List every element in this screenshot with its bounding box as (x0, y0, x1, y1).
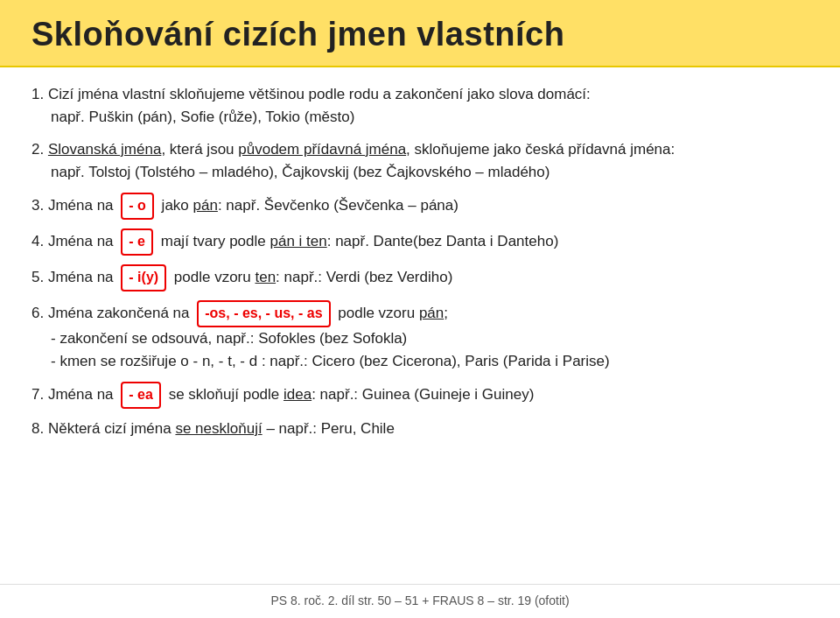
item-3-num: 3. (32, 197, 44, 214)
list-item-1: 1. Cizí jména vlastní skloňujeme většino… (32, 83, 808, 130)
item-7-end: : např.: Guinea (Guineje i Guiney) (312, 386, 534, 403)
page-title: Skloňování cizích jmen vlastních (32, 16, 808, 53)
item-1-sub: např. Puškin (pán), Sofie (růže), Tokio … (51, 109, 354, 125)
item-7-before: Jména na (48, 386, 114, 403)
footer-text: PS 8. roč. 2. díl str. 50 – 51 + FRAUS 8… (270, 593, 569, 607)
item-5-underline: ten (255, 269, 276, 285)
item-5-num: 5. (32, 269, 44, 285)
item-3-badge: - o (121, 193, 154, 220)
item-5-before: Jména na (48, 269, 114, 285)
item-3-end: : např. Ševčenko (Ševčenka – pána) (218, 197, 458, 214)
item-7-after: se skloňují podle (169, 386, 284, 403)
item-6-badge: -os, - es, - us, - as (197, 300, 330, 327)
item-3-after: jako (162, 197, 193, 214)
item-7-badge: - ea (121, 382, 161, 409)
list-item-2: 2. Slovanská jména, která jsou původem p… (32, 138, 808, 185)
item-6-end: ; (444, 305, 448, 321)
item-6-sub2: - kmen se rozšiřuje o - n, - t, - d : na… (51, 350, 808, 373)
item-2-sub: např. Tolstoj (Tolstého – mladého), Čajk… (51, 164, 550, 180)
list-item-4: 4. Jména na - e mají tvary podle pán i t… (32, 228, 808, 256)
item-5-end: : např.: Verdi (bez Verdiho) (276, 269, 452, 285)
item-6-sub1: - zakončení se odsouvá, např.: Sofokles … (51, 327, 808, 350)
content: 1. Cizí jména vlastní skloňujeme většino… (0, 67, 840, 577)
item-5-after: podle vzoru (174, 269, 256, 285)
list-item-8: 8. Některá cizí jména se neskloňují – na… (32, 418, 808, 440)
item-6-num: 6. (32, 305, 44, 321)
item-5-badge: - i(y) (121, 264, 166, 291)
list-item-3: 3. Jména na - o jako pán: např. Ševčenko… (32, 193, 808, 220)
footer: PS 8. roč. 2. díl str. 50 – 51 + FRAUS 8… (0, 584, 840, 618)
item-1-text: Cizí jména vlastní skloňujeme většinou p… (48, 86, 591, 102)
item-4-underline: pán i ten (270, 233, 326, 249)
item-6-before: Jména zakončená na (48, 305, 190, 321)
item-6-after: podle vzoru (338, 305, 419, 321)
item-2-text1: , která jsou (161, 141, 238, 158)
item-2-underline2: původem přídavná jména (238, 141, 406, 158)
item-8-underline: se neskloňují (175, 420, 262, 437)
item-3-underline: pán (193, 197, 218, 214)
item-2-underline1: Slovanská jména (48, 141, 161, 158)
item-4-badge: - e (121, 228, 153, 256)
item-4-num: 4. (32, 233, 44, 249)
item-7-underline: idea (284, 386, 312, 403)
page: Skloňování cizích jmen vlastních 1. Cizí… (0, 0, 840, 618)
item-1-num: 1. (32, 86, 44, 102)
item-4-before: Jména na (48, 233, 114, 249)
item-2-num: 2. (32, 141, 44, 158)
item-4-end: : např. Dante(bez Danta i Danteho) (327, 233, 559, 249)
header: Skloňování cizích jmen vlastních (0, 0, 840, 67)
list-item-7: 7. Jména na - ea se skloňují podle idea:… (32, 382, 808, 409)
item-3-before: Jména na (48, 197, 114, 214)
item-4-after: mají tvary podle (161, 233, 270, 249)
item-8-num: 8. (32, 420, 44, 437)
item-8-text2: – např.: Peru, Chile (262, 420, 395, 437)
item-7-num: 7. (32, 386, 44, 403)
item-6-underline: pán (419, 305, 444, 321)
list-item-5: 5. Jména na - i(y) podle vzoru ten: např… (32, 264, 808, 291)
item-2-text2: , skloňujeme jako česká přídavná jména: (406, 141, 675, 158)
list-item-6: 6. Jména zakončená na -os, - es, - us, -… (32, 300, 808, 373)
item-8-text1: Některá cizí jména (48, 420, 176, 437)
